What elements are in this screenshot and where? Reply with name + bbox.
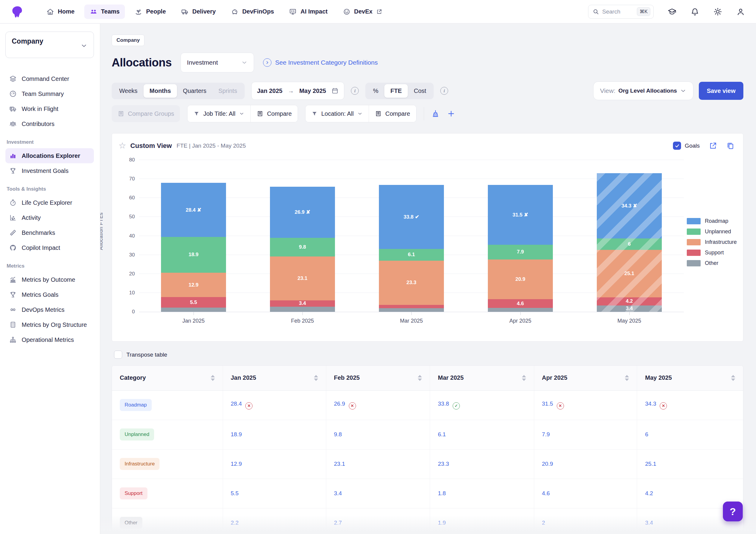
export-chart-icon[interactable] bbox=[709, 141, 717, 150]
favorite-star-icon[interactable]: ☆ bbox=[119, 141, 126, 151]
nav-item-ai-impact[interactable]: AI Impact bbox=[284, 5, 333, 19]
column-header[interactable]: Feb 2025 bbox=[326, 366, 430, 390]
bar-segment-other[interactable] bbox=[488, 308, 553, 312]
period-tab-weeks[interactable]: Weeks bbox=[113, 84, 144, 98]
category-chip[interactable]: Roadmap bbox=[120, 399, 152, 411]
allocation-value-link[interactable]: 6.1 bbox=[438, 431, 446, 438]
legend-item[interactable]: Support bbox=[687, 249, 737, 256]
location-compare-button[interactable]: Compare bbox=[369, 105, 416, 122]
legend-item[interactable]: Roadmap bbox=[687, 218, 737, 224]
compare-groups-button[interactable]: Compare Groups bbox=[112, 105, 180, 122]
legend-item[interactable]: Unplanned bbox=[687, 229, 737, 235]
sidebar-item-operational-metrics[interactable]: Operational Metrics bbox=[5, 332, 94, 347]
info-icon[interactable]: i bbox=[351, 87, 359, 95]
allocation-value-link[interactable]: 20.9 bbox=[542, 461, 553, 467]
period-tab-quarters[interactable]: Quarters bbox=[177, 84, 212, 98]
allocation-value-link[interactable]: 1.8 bbox=[438, 490, 446, 496]
bar-segment-support[interactable] bbox=[379, 305, 444, 308]
allocation-value-link[interactable]: 2 bbox=[542, 520, 545, 526]
job-title-filter[interactable]: Job Title: All bbox=[187, 105, 250, 122]
sort-icon[interactable] bbox=[314, 375, 318, 381]
allocation-value-link[interactable]: 33.8 bbox=[438, 400, 449, 407]
bar-segment-unplanned[interactable]: 7.9 bbox=[488, 245, 553, 260]
breadcrumb[interactable]: Company bbox=[112, 35, 145, 46]
bar-segment-support[interactable]: 4.6 bbox=[488, 299, 553, 308]
sidebar-item-team-summary[interactable]: Team Summary bbox=[5, 86, 94, 101]
nav-item-devex[interactable]: DevEx bbox=[338, 5, 388, 19]
sort-icon[interactable] bbox=[731, 375, 735, 381]
allocation-value-link[interactable]: 5.5 bbox=[231, 490, 239, 496]
nav-item-home[interactable]: Home bbox=[41, 5, 80, 19]
clear-filters-broom-icon[interactable] bbox=[431, 110, 440, 118]
sidebar-item-contributors[interactable]: Contributors bbox=[5, 116, 94, 131]
allocation-value-link[interactable]: 6 bbox=[645, 431, 648, 438]
allocation-value-link[interactable]: 25.1 bbox=[645, 461, 656, 467]
period-tab-months[interactable]: Months bbox=[144, 84, 177, 98]
sort-icon[interactable] bbox=[211, 375, 215, 381]
info-icon[interactable]: i bbox=[440, 87, 448, 95]
allocation-value-link[interactable]: 18.9 bbox=[231, 431, 242, 438]
sort-icon[interactable] bbox=[522, 375, 526, 381]
allocation-value-link[interactable]: 4.6 bbox=[542, 490, 550, 496]
sidebar-item-devops-metrics[interactable]: DevOps Metrics bbox=[5, 302, 94, 317]
column-header[interactable]: May 2025 bbox=[637, 366, 743, 390]
unit-tab-fte[interactable]: FTE bbox=[384, 84, 408, 98]
column-header[interactable]: Apr 2025 bbox=[534, 366, 637, 390]
allocation-value-link[interactable]: 9.8 bbox=[334, 431, 342, 438]
allocation-value-link[interactable]: 31.5 bbox=[542, 400, 553, 407]
location-filter[interactable]: Location: All bbox=[306, 105, 369, 122]
sidebar-item-metrics-by-outcome[interactable]: Metrics by Outcome bbox=[5, 272, 94, 287]
category-chip[interactable]: Infrastructure bbox=[120, 458, 159, 470]
bar-segment-roadmap[interactable]: 26.9 ✘ bbox=[270, 187, 335, 238]
goals-checkbox[interactable]: Goals bbox=[673, 141, 700, 150]
allocation-value-link[interactable]: 3.4 bbox=[645, 520, 653, 526]
sidebar-item-life-cycle-explorer[interactable]: Life Cycle Explorer bbox=[5, 195, 94, 210]
view-select[interactable]: View: Org Level Allocations bbox=[593, 82, 694, 100]
job-title-compare-button[interactable]: Compare bbox=[250, 105, 298, 122]
nav-item-devfinops[interactable]: DevFinOps bbox=[226, 5, 280, 19]
allocation-value-link[interactable]: 1.9 bbox=[438, 520, 446, 526]
nav-item-teams[interactable]: Teams bbox=[84, 5, 125, 19]
column-header[interactable]: Mar 2025 bbox=[430, 366, 534, 390]
category-chip[interactable]: Other bbox=[120, 517, 142, 529]
unit-tab-cost[interactable]: Cost bbox=[408, 84, 432, 98]
bar-segment-roadmap[interactable]: 33.8 ✔ bbox=[379, 185, 444, 249]
bar-segment-other[interactable] bbox=[379, 308, 444, 312]
jellyfish-logo-icon[interactable] bbox=[11, 5, 24, 18]
sidebar-item-allocations-explorer[interactable]: Allocations Explorer bbox=[5, 148, 94, 163]
allocation-value-link[interactable]: 2.2 bbox=[231, 520, 239, 526]
add-filter-plus-icon[interactable] bbox=[447, 110, 455, 118]
user-profile-icon[interactable] bbox=[736, 7, 745, 16]
legend-item[interactable]: Infrastructure bbox=[687, 239, 737, 245]
allocation-value-link[interactable]: 23.3 bbox=[438, 461, 449, 467]
bar-segment-infrastructure[interactable]: 20.9 bbox=[488, 260, 553, 299]
allocation-value-link[interactable]: 34.3 bbox=[645, 400, 656, 407]
bar-segment-unplanned[interactable]: 9.8 bbox=[270, 238, 335, 257]
allocation-value-link[interactable]: 3.4 bbox=[334, 490, 342, 496]
bar-segment-roadmap[interactable]: 28.4 ✘ bbox=[161, 183, 226, 237]
bar-segment-support[interactable]: 5.5 bbox=[161, 297, 226, 308]
allocation-value-link[interactable]: 26.9 bbox=[334, 400, 345, 407]
bar-segment-roadmap[interactable]: 31.5 ✘ bbox=[488, 185, 553, 245]
allocation-value-link[interactable]: 4.2 bbox=[645, 490, 653, 496]
sidebar-item-copilot-impact[interactable]: Copilot Impact bbox=[5, 240, 94, 255]
bar-segment-support[interactable]: 3.4 bbox=[270, 300, 335, 307]
date-range-picker[interactable]: Jan 2025 → May 2025 bbox=[251, 82, 344, 100]
nav-item-people[interactable]: People bbox=[129, 5, 171, 19]
sidebar-item-metrics-goals[interactable]: Metrics Goals bbox=[5, 287, 94, 302]
allocation-category-select[interactable]: Investment bbox=[180, 53, 254, 72]
save-view-button[interactable]: Save view bbox=[699, 82, 743, 100]
column-header[interactable]: Jan 2025 bbox=[223, 366, 326, 390]
sidebar-item-investment-goals[interactable]: Investment Goals bbox=[5, 163, 94, 178]
unit-tab-percent[interactable]: % bbox=[367, 84, 384, 98]
sidebar-item-work-in-flight[interactable]: Work in Flight bbox=[5, 101, 94, 116]
bar-segment-unplanned[interactable]: 6.1 bbox=[379, 249, 444, 261]
search-input[interactable]: Search ⌘K bbox=[588, 5, 654, 19]
notifications-bell-icon[interactable] bbox=[690, 7, 699, 16]
sidebar-item-metrics-by-org-structure[interactable]: Metrics by Org Structure bbox=[5, 317, 94, 332]
sort-icon[interactable] bbox=[625, 375, 629, 381]
bar-segment-infrastructure[interactable]: 23.3 bbox=[379, 261, 444, 305]
sidebar-item-benchmarks[interactable]: Benchmarks bbox=[5, 225, 94, 240]
category-definitions-link[interactable]: See Investment Category Definitions bbox=[263, 58, 378, 67]
bar-segment-other[interactable] bbox=[270, 307, 335, 312]
